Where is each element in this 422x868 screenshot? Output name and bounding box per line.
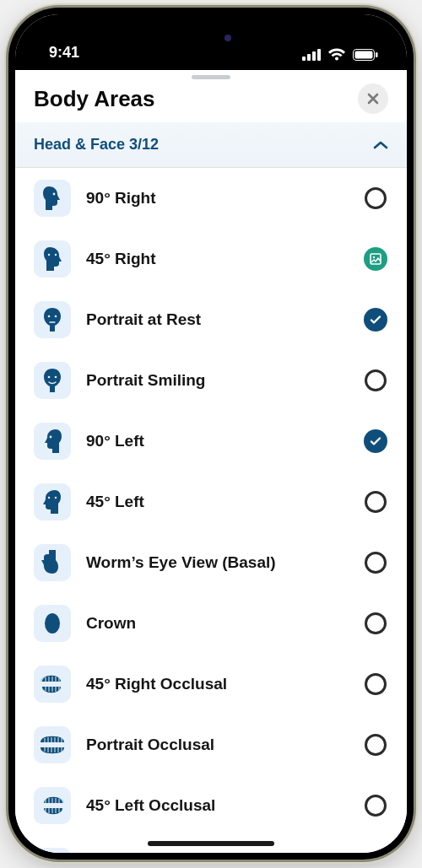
svg-point-17	[55, 497, 57, 499]
svg-point-18	[48, 497, 50, 499]
list-item-status[interactable]	[363, 307, 388, 332]
list-item[interactable]: Worm’s Eye View (Basal)	[15, 532, 407, 593]
svg-rect-1	[307, 54, 311, 61]
svg-point-15	[55, 376, 57, 379]
svg-point-8	[48, 254, 50, 256]
status-empty-icon	[365, 734, 387, 756]
svg-point-14	[48, 376, 51, 379]
sheet-grab-handle[interactable]	[15, 70, 407, 84]
list-item-status[interactable]	[363, 429, 388, 454]
list-item-label: Portrait Smiling	[86, 371, 348, 390]
head-portrait-thumb	[34, 301, 71, 338]
list-item-status[interactable]	[363, 246, 388, 272]
list-item-label: Worm’s Eye View (Basal)	[86, 553, 348, 572]
head-crown-thumb	[34, 605, 71, 642]
status-empty-icon	[365, 369, 387, 391]
status-time: 9:41	[49, 44, 79, 62]
list-item-status[interactable]	[363, 550, 388, 575]
head-basal-thumb	[34, 544, 71, 581]
head-smile-thumb	[34, 362, 71, 399]
teeth-45r-thumb	[34, 666, 71, 703]
battery-icon	[353, 49, 378, 61]
svg-rect-2	[312, 51, 316, 61]
list-item-label: 90° Left	[86, 432, 348, 450]
svg-rect-5	[355, 51, 373, 59]
list-item-status[interactable]	[363, 186, 388, 211]
teeth-45l-thumb	[34, 787, 71, 824]
list-item-label: Portrait at Rest	[86, 310, 348, 329]
head-undef-thumb	[34, 848, 71, 853]
list-item-status[interactable]	[363, 671, 388, 697]
head-right-90-thumb	[34, 180, 71, 217]
items-list[interactable]: 90° Right45° RightPortrait at RestPortra…	[15, 168, 407, 853]
section-header-head-face[interactable]: Head & Face 3/12	[15, 122, 407, 167]
list-item-label: Crown	[86, 614, 348, 633]
wifi-icon	[327, 48, 346, 62]
status-empty-icon	[365, 187, 387, 209]
svg-point-9	[55, 254, 57, 256]
svg-rect-0	[302, 57, 306, 61]
list-item-status[interactable]	[363, 368, 388, 393]
cellular-icon	[302, 49, 321, 61]
svg-point-13	[55, 315, 57, 318]
list-item[interactable]: 45° Left Occlusal	[15, 775, 407, 836]
list-item[interactable]: Portrait Smiling	[15, 350, 407, 411]
list-item-label: 45° Left Occlusal	[86, 796, 348, 815]
list-item[interactable]: 90° Right	[15, 168, 407, 229]
status-empty-icon	[365, 552, 387, 574]
head-right-45-thumb	[34, 240, 71, 278]
list-item[interactable]: 90° Left	[15, 411, 407, 472]
page-title: Body Areas	[34, 86, 155, 112]
status-checked-icon	[364, 308, 387, 332]
list-item[interactable]: Crown	[15, 593, 407, 654]
list-item[interactable]: 45° Right	[15, 229, 407, 289]
list-item-status[interactable]	[363, 793, 388, 818]
dynamic-island	[152, 21, 270, 55]
screen: 9:41 Body Areas Head & Face 3/12 90° Rig…	[15, 14, 407, 853]
list-item-status[interactable]	[363, 611, 388, 636]
close-button[interactable]	[358, 84, 388, 114]
list-item-label: 90° Right	[86, 189, 348, 208]
svg-point-16	[50, 436, 52, 439]
list-item-label: 45° Right Occlusal	[86, 675, 348, 693]
list-item-status[interactable]	[363, 489, 388, 515]
phone-frame: 9:41 Body Areas Head & Face 3/12 90° Rig…	[8, 8, 414, 860]
status-image-icon	[364, 247, 387, 271]
close-icon	[366, 92, 380, 105]
svg-rect-6	[376, 52, 378, 57]
list-item[interactable]: 45° Right Occlusal	[15, 654, 407, 714]
head-left-45-thumb	[34, 483, 71, 520]
section-header-label: Head & Face 3/12	[34, 136, 159, 154]
status-empty-icon	[365, 612, 387, 634]
list-item-status[interactable]	[363, 732, 388, 757]
list-item-label: Portrait Occlusal	[86, 736, 348, 754]
list-item-label: 45° Right	[86, 250, 348, 268]
teeth-portrait-thumb	[34, 726, 71, 763]
svg-point-11	[373, 256, 375, 258]
status-empty-icon	[365, 491, 387, 513]
svg-point-19	[45, 613, 60, 633]
chevron-up-icon	[373, 140, 388, 150]
svg-point-7	[53, 193, 56, 196]
list-item[interactable]: 45° Left	[15, 472, 407, 532]
list-item[interactable]: Portrait at Rest	[15, 289, 407, 350]
list-item[interactable]: Portrait Occlusal	[15, 714, 407, 775]
svg-point-12	[48, 315, 51, 318]
list-item-label: 45° Left	[86, 493, 348, 511]
status-empty-icon	[365, 673, 387, 695]
head-left-90-thumb	[34, 423, 71, 460]
status-checked-icon	[364, 429, 387, 453]
status-empty-icon	[365, 795, 387, 817]
sheet-header: Body Areas	[15, 84, 407, 122]
home-indicator[interactable]	[148, 841, 274, 846]
svg-rect-3	[317, 49, 321, 61]
status-indicators	[302, 48, 378, 62]
